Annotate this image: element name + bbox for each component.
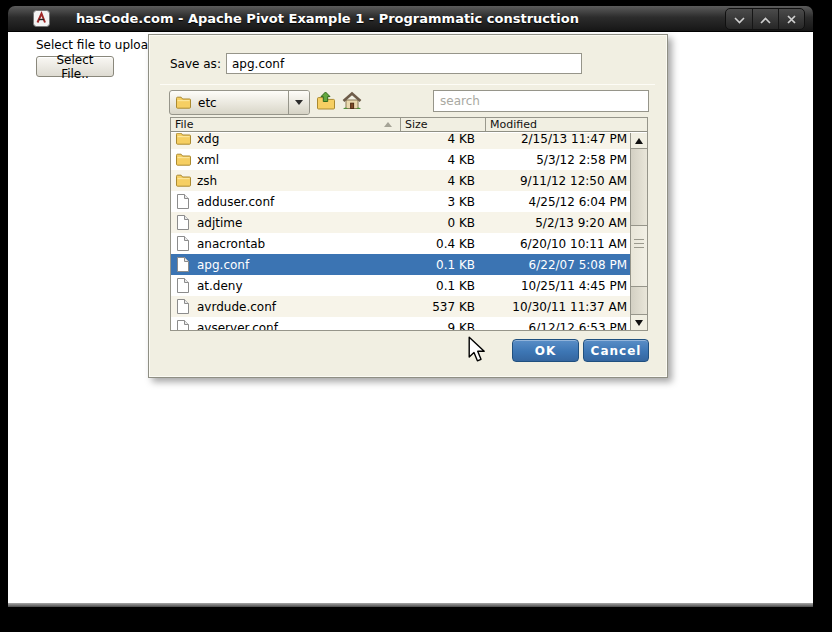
table-row[interactable]: anacrontab 0.4 KB 6/20/10 10:11 AM: [171, 233, 630, 254]
window-bottom-edge: [8, 603, 813, 607]
vertical-scrollbar[interactable]: [630, 133, 647, 330]
file-modified: 4/25/12 6:04 PM: [485, 195, 630, 209]
file-name: avserver.conf: [197, 321, 278, 331]
sort-ascending-icon: [384, 122, 392, 127]
file-name: at.deny: [197, 279, 243, 293]
window-content: Select file to upload. Select File.. Sav…: [8, 32, 813, 603]
file-size: 0.4 KB: [400, 237, 485, 251]
file-table: File Size Modified: [170, 117, 648, 331]
window-title: hasCode.com - Apache Pivot Example 1 - P…: [76, 11, 579, 26]
column-header-size[interactable]: Size: [400, 118, 485, 131]
folder-dropdown[interactable]: etc: [169, 90, 310, 115]
cancel-button[interactable]: Cancel: [583, 339, 649, 362]
scroll-down-button[interactable]: [631, 314, 647, 330]
file-size: 0 KB: [400, 216, 485, 230]
folder-up-icon: [316, 91, 336, 114]
table-row[interactable]: avrdude.conf 537 KB 10/30/11 11:37 AM: [171, 296, 630, 317]
file-icon: [175, 278, 191, 293]
file-table-header: File Size Modified: [171, 118, 647, 132]
file-size: 9 KB: [400, 321, 485, 331]
dropdown-arrow-button[interactable]: [288, 91, 309, 114]
triangle-up-icon: [635, 138, 643, 144]
chevron-down-icon: [295, 100, 303, 105]
file-size: 4 KB: [400, 133, 485, 146]
titlebar[interactable]: hasCode.com - Apache Pivot Example 1 - P…: [8, 6, 813, 32]
file-name: xdg: [197, 133, 219, 146]
search-input[interactable]: [433, 90, 649, 112]
file-size: 4 KB: [400, 174, 485, 188]
table-row[interactable]: adjtime 0 KB 5/2/13 9:20 AM: [171, 212, 630, 233]
home-icon: [342, 91, 362, 114]
close-button[interactable]: [778, 9, 804, 29]
file-modified: 6/20/10 10:11 AM: [485, 237, 630, 251]
column-header-file[interactable]: File: [171, 118, 400, 131]
maximize-button[interactable]: [752, 9, 778, 29]
app-window: hasCode.com - Apache Pivot Example 1 - P…: [8, 6, 813, 607]
file-name: adduser.conf: [197, 195, 274, 209]
chevron-down-icon: [734, 9, 745, 28]
file-icon: [175, 215, 191, 230]
file-modified: 2/15/13 11:47 PM: [485, 133, 630, 146]
select-file-button[interactable]: Select File..: [36, 56, 114, 77]
file-table-rows: xdg 4 KB 2/15/13 11:47 PM xml 4 KB 5/3/1…: [171, 133, 630, 330]
folder-up-button[interactable]: [315, 91, 337, 113]
table-row[interactable]: xml 4 KB 5/3/12 2:58 PM: [171, 149, 630, 170]
file-size: 0.1 KB: [400, 258, 485, 272]
table-row[interactable]: zsh 4 KB 9/11/12 12:50 AM: [171, 170, 630, 191]
file-size: 537 KB: [400, 300, 485, 314]
file-table-body: xdg 4 KB 2/15/13 11:47 PM xml 4 KB 5/3/1…: [171, 133, 630, 330]
home-button[interactable]: [341, 91, 363, 113]
file-size: 0.1 KB: [400, 279, 485, 293]
app-icon: [33, 10, 50, 27]
file-modified: 9/11/12 12:50 AM: [485, 174, 630, 188]
file-icon: [175, 299, 191, 314]
triangle-down-icon: [635, 320, 643, 326]
table-row[interactable]: xdg 4 KB 2/15/13 11:47 PM: [171, 133, 630, 149]
file-browser-dialog: Save as: etc: [148, 34, 668, 378]
file-icon: [175, 236, 191, 251]
file-name: zsh: [197, 174, 217, 188]
file-name: xml: [197, 153, 219, 167]
file-size: 4 KB: [400, 153, 485, 167]
close-icon: [787, 9, 796, 28]
file-icon: [175, 257, 191, 272]
file-name: apg.conf: [197, 258, 249, 272]
upload-prompt: Select file to upload.: [36, 38, 159, 52]
file-modified: 10/25/11 4:45 PM: [485, 279, 630, 293]
file-modified: 10/30/11 11:37 AM: [485, 300, 630, 314]
file-modified: 6/12/12 6:53 PM: [485, 321, 630, 331]
save-as-label: Save as:: [170, 57, 221, 71]
filename-input[interactable]: [226, 53, 582, 74]
file-modified: 5/2/13 9:20 AM: [485, 216, 630, 230]
folder-icon: [175, 174, 191, 187]
file-icon: [175, 320, 191, 330]
separator: [160, 84, 655, 85]
chevron-up-icon: [760, 9, 771, 28]
minimize-button[interactable]: [726, 9, 752, 29]
table-row[interactable]: avserver.conf 9 KB 6/12/12 6:53 PM: [171, 317, 630, 330]
file-name: adjtime: [197, 216, 242, 230]
folder-dropdown-value: etc: [198, 96, 288, 110]
file-name: avrdude.conf: [197, 300, 276, 314]
scrollbar-thumb[interactable]: [631, 225, 647, 287]
folder-icon: [176, 96, 191, 109]
file-name: anacrontab: [197, 237, 265, 251]
file-icon: [175, 194, 191, 209]
window-controls: [725, 8, 805, 30]
file-size: 3 KB: [400, 195, 485, 209]
file-modified: 6/22/07 5:08 PM: [485, 258, 630, 272]
ok-button[interactable]: OK: [512, 339, 579, 362]
table-row[interactable]: at.deny 0.1 KB 10/25/11 4:45 PM: [171, 275, 630, 296]
file-modified: 5/3/12 2:58 PM: [485, 153, 630, 167]
scrollbar-grip-icon: [634, 239, 644, 248]
column-header-modified[interactable]: Modified: [485, 118, 647, 131]
folder-icon: [175, 133, 191, 145]
scroll-up-button[interactable]: [631, 133, 647, 149]
folder-icon: [175, 153, 191, 166]
table-row[interactable]: apg.conf 0.1 KB 6/22/07 5:08 PM: [171, 254, 630, 275]
table-row[interactable]: adduser.conf 3 KB 4/25/12 6:04 PM: [171, 191, 630, 212]
